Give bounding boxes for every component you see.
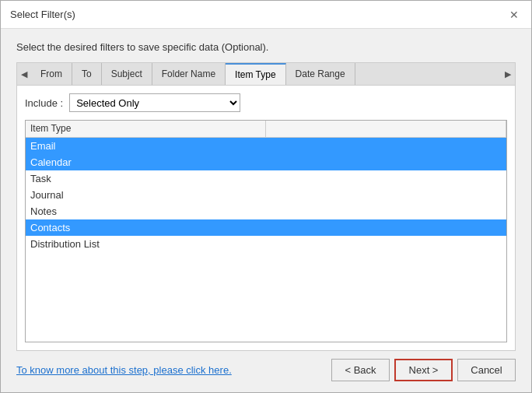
tab-scroll-right-icon[interactable]: ▶ bbox=[501, 63, 515, 85]
help-link[interactable]: To know more about this step, please cli… bbox=[16, 364, 232, 376]
title-bar: Select Filter(s) ✕ bbox=[1, 1, 531, 29]
include-row: Include : AllSelected OnlyUnselected Onl… bbox=[25, 93, 507, 112]
list-item[interactable]: Email bbox=[26, 138, 506, 154]
list-item[interactable]: Distribution List bbox=[26, 236, 506, 252]
list-item[interactable]: Calendar bbox=[26, 154, 506, 170]
tab-from[interactable]: From bbox=[31, 63, 72, 85]
list-item[interactable]: Notes bbox=[26, 203, 506, 219]
tab-scroll-left-icon[interactable]: ◀ bbox=[17, 63, 31, 85]
include-select[interactable]: AllSelected OnlyUnselected Only bbox=[69, 93, 240, 112]
back-button[interactable]: < Back bbox=[331, 359, 390, 381]
tab-item-type[interactable]: Item Type bbox=[226, 63, 285, 85]
instruction-text: Select the desired filters to save speci… bbox=[16, 41, 516, 53]
list-header-extra bbox=[266, 121, 506, 137]
dialog-title: Select Filter(s) bbox=[10, 9, 75, 20]
list-item[interactable]: Task bbox=[26, 170, 506, 187]
include-label: Include : bbox=[25, 97, 63, 109]
item-type-list: Item Type EmailCalendarTaskJournalNotesC… bbox=[25, 120, 507, 342]
tabs-wrapper: FromToSubjectFolder NameItem TypeDate Ra… bbox=[31, 63, 501, 85]
list-item[interactable]: Journal bbox=[26, 187, 506, 203]
footer-buttons: < Back Next > Cancel bbox=[331, 359, 516, 381]
list-header: Item Type bbox=[26, 121, 506, 138]
tab-folder-name[interactable]: Folder Name bbox=[152, 63, 226, 85]
list-header-item-type: Item Type bbox=[26, 121, 266, 137]
tab-subject[interactable]: Subject bbox=[102, 63, 152, 85]
list-item[interactable]: Contacts bbox=[26, 219, 506, 236]
next-button[interactable]: Next > bbox=[394, 359, 453, 381]
footer: To know more about this step, please cli… bbox=[16, 351, 516, 384]
list-items: EmailCalendarTaskJournalNotesContactsDis… bbox=[26, 138, 506, 252]
dialog-body: Select the desired filters to save speci… bbox=[1, 29, 531, 392]
tabs-container: ◀ FromToSubjectFolder NameItem TypeDate … bbox=[16, 62, 516, 85]
tab-date-range[interactable]: Date Range bbox=[286, 63, 355, 85]
cancel-button[interactable]: Cancel bbox=[457, 359, 516, 381]
select-filters-dialog: Select Filter(s) ✕ Select the desired fi… bbox=[0, 0, 532, 393]
tab-to[interactable]: To bbox=[72, 63, 102, 85]
close-button[interactable]: ✕ bbox=[506, 7, 522, 23]
content-panel: Include : AllSelected OnlyUnselected Onl… bbox=[16, 85, 516, 351]
